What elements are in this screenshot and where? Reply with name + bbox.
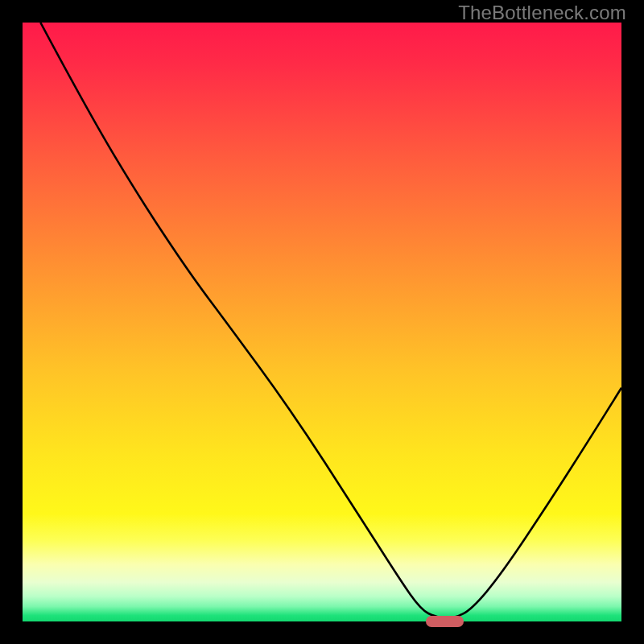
chart-frame: TheBottleneck.com — [0, 0, 644, 644]
bottleneck-curve — [40, 23, 621, 618]
curve-layer — [23, 23, 621, 621]
optimal-marker — [426, 616, 464, 627]
plot-area — [23, 23, 621, 621]
watermark-text: TheBottleneck.com — [458, 2, 626, 24]
